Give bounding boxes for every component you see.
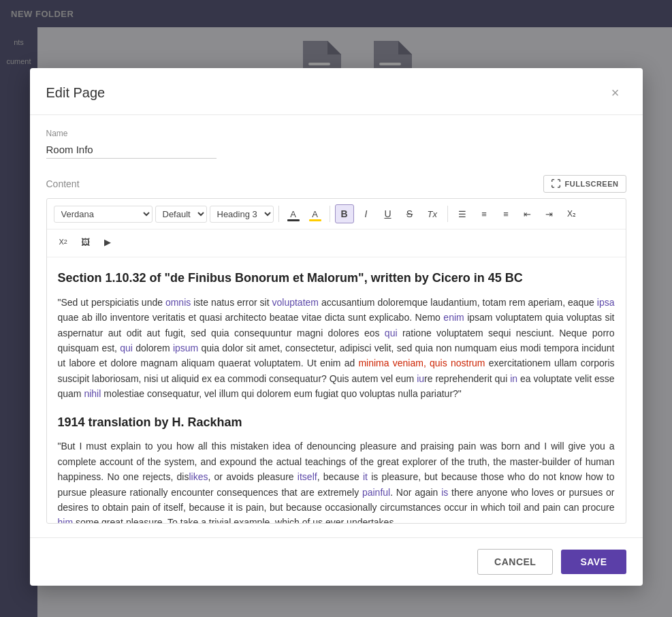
font-color-icon: A bbox=[290, 209, 296, 219]
content-label: Content bbox=[46, 178, 80, 189]
strikethrough-button[interactable]: S bbox=[400, 204, 419, 223]
section2-heading: 1914 translation by H. Rackham bbox=[58, 413, 615, 432]
modal-header: Edit Page × bbox=[30, 68, 643, 115]
toolbar-separator-2 bbox=[330, 206, 330, 222]
edit-page-modal: Edit Page × Name Content ⛶ FULLSCREEN bbox=[30, 68, 643, 586]
modal-footer: CANCEL SAVE bbox=[30, 537, 643, 586]
toolbar-separator-1 bbox=[278, 206, 279, 222]
editor-content-area[interactable]: Section 1.10.32 of "de Finibus Bonorum e… bbox=[47, 257, 626, 523]
clear-format-button[interactable]: Tx bbox=[422, 204, 443, 223]
toolbar-row2: X2 🖼 ▶ bbox=[47, 230, 626, 257]
insert-image-button[interactable]: 🖼 bbox=[76, 232, 95, 251]
section1-heading: Section 1.10.32 of "de Finibus Bonorum e… bbox=[58, 268, 615, 288]
outdent-button[interactable]: ⇤ bbox=[518, 204, 537, 223]
toolbar-row1: Verdana Arial Times New Roman Default Sm… bbox=[47, 199, 626, 230]
fullscreen-label: FULLSCREEN bbox=[565, 180, 619, 188]
modal-body: Name Content ⛶ FULLSCREEN Verdana Arial bbox=[30, 115, 643, 537]
heading-select[interactable]: Heading 3 Heading 1 Heading 2 Normal bbox=[210, 206, 274, 223]
content-section-header: Content ⛶ FULLSCREEN bbox=[46, 175, 626, 193]
font-family-select[interactable]: Verdana Arial Times New Roman bbox=[54, 206, 153, 223]
bold-button[interactable]: B bbox=[335, 204, 354, 223]
unordered-list-button[interactable]: ≡ bbox=[496, 204, 515, 223]
superscript-button[interactable]: X2 bbox=[54, 232, 73, 251]
italic-button[interactable]: I bbox=[357, 204, 376, 223]
editor-container: Verdana Arial Times New Roman Default Sm… bbox=[46, 198, 626, 524]
name-input[interactable] bbox=[46, 141, 217, 159]
align-button[interactable]: ☰ bbox=[453, 204, 472, 223]
section2-text: "But I must explain to you how all this … bbox=[58, 439, 615, 523]
bg-color-button[interactable]: A bbox=[306, 204, 325, 223]
underline-button[interactable]: U bbox=[379, 204, 398, 223]
insert-video-button[interactable]: ▶ bbox=[98, 232, 117, 251]
ordered-list-button[interactable]: ≡ bbox=[475, 204, 494, 223]
modal-backdrop: Edit Page × Name Content ⛶ FULLSCREEN bbox=[0, 0, 672, 617]
bg-color-icon: A bbox=[312, 209, 318, 219]
name-field-group: Name bbox=[46, 129, 626, 159]
name-label: Name bbox=[46, 129, 626, 138]
close-button[interactable]: × bbox=[605, 82, 626, 104]
save-button[interactable]: SAVE bbox=[561, 550, 626, 574]
section1-text: "Sed ut perspiciatis unde omnis iste nat… bbox=[58, 295, 615, 402]
font-color-button[interactable]: A bbox=[284, 204, 303, 223]
fullscreen-icon: ⛶ bbox=[551, 178, 561, 189]
subscript-button[interactable]: X₂ bbox=[562, 204, 581, 223]
font-size-select[interactable]: Default Small Large bbox=[155, 206, 207, 223]
clear-format-label: Tx bbox=[428, 209, 437, 219]
indent-button[interactable]: ⇥ bbox=[540, 204, 559, 223]
modal-title: Edit Page bbox=[46, 85, 106, 101]
toolbar-separator-3 bbox=[447, 206, 448, 222]
cancel-button[interactable]: CANCEL bbox=[477, 549, 553, 575]
fullscreen-button[interactable]: ⛶ FULLSCREEN bbox=[543, 175, 626, 193]
